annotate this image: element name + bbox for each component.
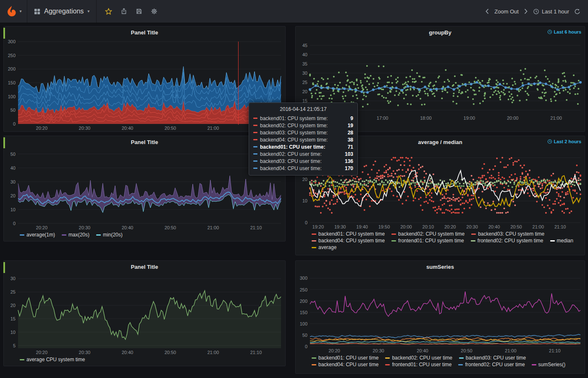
row-handle[interactable] [3, 262, 5, 273]
panel-title[interactable]: groupBy [429, 29, 451, 36]
legend-item[interactable]: min(20s) [96, 232, 123, 238]
dashboard-title: Aggregations [44, 8, 84, 15]
panel-stacked-cpu: Panel Title 05010015020025030020:2020:30… [3, 26, 286, 132]
svg-text:300: 300 [300, 276, 307, 281]
legend-item[interactable]: average [312, 244, 336, 250]
svg-text:200: 200 [8, 66, 16, 71]
graph-canvas[interactable]: 0102030405020:2020:3020:4020:5021:0021:1… [4, 148, 285, 231]
svg-text:21:00: 21:00 [505, 348, 517, 353]
settings-icon[interactable] [151, 8, 158, 15]
refresh-icon[interactable] [574, 8, 580, 15]
tooltip-row: backend01: CPU system time:9 [253, 115, 353, 122]
legend-item[interactable]: frontend01: CPU user time [385, 362, 452, 368]
clock-icon [533, 8, 539, 15]
legend-item[interactable]: backend04: CPU user time [312, 362, 378, 368]
grafana-logo-menu[interactable]: ▾ [0, 0, 27, 23]
svg-text:20:00: 20:00 [507, 116, 519, 121]
svg-text:20:40: 20:40 [488, 224, 500, 229]
svg-text:19:00: 19:00 [464, 116, 475, 121]
dashboard-actions [97, 8, 166, 15]
svg-text:17:00: 17:00 [377, 116, 388, 121]
legend-item[interactable]: backend02: CPU system time [391, 231, 465, 237]
panel-title[interactable]: Panel Title [131, 264, 158, 270]
legend-item[interactable]: backend03: CPU user time [459, 355, 526, 361]
legend-item[interactable]: backend04: CPU system time [312, 238, 385, 244]
panel-title[interactable]: Panel Title [131, 139, 158, 145]
svg-text:100: 100 [300, 321, 307, 326]
panel-average-cpu: Panel Title 5101520253020:2020:3020:4020… [3, 260, 286, 366]
legend-item[interactable]: max(20s) [62, 232, 89, 238]
svg-text:100: 100 [8, 94, 16, 99]
svg-text:19:50: 19:50 [378, 224, 390, 229]
legend: average CPU system time [20, 357, 285, 362]
svg-text:21:10: 21:10 [549, 348, 561, 353]
svg-text:200: 200 [300, 299, 307, 304]
panel-header: Panel Title [4, 136, 285, 148]
legend-item[interactable]: frontend01: CPU system time [391, 238, 464, 244]
legend-item[interactable]: average CPU system time [20, 357, 85, 362]
legend-item[interactable]: backend01: CPU user time [312, 355, 378, 361]
panel-time-badge[interactable]: Last 2 hours [547, 139, 581, 144]
legend-item[interactable]: sumSeries() [532, 362, 566, 368]
graph-canvas[interactable]: 5101520253020:2020:3020:4020:5021:0021:1… [4, 273, 285, 356]
svg-text:20:30: 20:30 [79, 225, 91, 230]
tooltip-row: backend03: CPU system time:28 [253, 129, 353, 136]
svg-text:50: 50 [302, 333, 307, 338]
svg-text:20:20: 20:20 [36, 126, 48, 131]
graph-canvas[interactable]: 05010015020025030020:2020:3020:4020:5021… [296, 273, 585, 354]
clock-icon [547, 139, 552, 144]
panel-title[interactable]: sumSeries [426, 264, 454, 270]
svg-text:10: 10 [302, 198, 307, 203]
legend-item[interactable]: backend03: CPU system time [471, 231, 544, 237]
caret-down-icon: ▾ [19, 9, 21, 13]
star-icon[interactable] [105, 8, 112, 15]
svg-text:20:10: 20:10 [423, 224, 434, 229]
row-handle[interactable] [3, 137, 5, 148]
svg-text:20:20: 20:20 [36, 225, 48, 230]
save-icon[interactable] [136, 8, 142, 15]
tooltip-rows: backend01: CPU system time:9backend02: C… [253, 115, 353, 172]
svg-text:20:30: 20:30 [373, 348, 384, 353]
chevron-left-icon[interactable] [485, 8, 489, 14]
panel-title[interactable]: Panel Title [131, 29, 158, 36]
svg-text:0: 0 [305, 344, 307, 349]
share-icon[interactable] [121, 8, 127, 15]
svg-text:40: 40 [302, 52, 307, 57]
legend-item[interactable]: average(1m) [20, 232, 55, 238]
svg-text:20:50: 20:50 [165, 350, 176, 355]
svg-text:30: 30 [302, 71, 307, 76]
svg-text:19:30: 19:30 [334, 224, 346, 229]
svg-text:20:50: 20:50 [165, 126, 176, 131]
graph-tooltip: 2016-04-14 21:05:17 backend01: CPU syste… [249, 102, 358, 176]
svg-text:25: 25 [10, 289, 16, 294]
crosshair-line [238, 42, 239, 125]
svg-text:300: 300 [8, 39, 16, 44]
row-handle[interactable] [3, 28, 5, 39]
tooltip-row: backend02: CPU user time:103 [253, 150, 353, 158]
chevron-right-icon[interactable] [524, 8, 528, 14]
legend-item[interactable]: backend01: CPU system time [312, 231, 385, 237]
svg-text:40: 40 [10, 165, 16, 171]
svg-text:20: 20 [302, 89, 307, 94]
panel-title[interactable]: average / median [418, 139, 462, 145]
legend-item[interactable]: frontend02: CPU user time [458, 362, 525, 368]
svg-text:21:00: 21:00 [533, 224, 544, 229]
legend-item[interactable]: median [550, 238, 573, 244]
tooltip-row: backend02: CPU system time:19 [253, 122, 353, 129]
time-range-picker[interactable]: Last 1 hour [533, 8, 569, 15]
zoom-out-button[interactable]: Zoom Out [494, 8, 519, 15]
graph-canvas[interactable]: 05010015020025030020:2020:3020:4020:5021… [4, 38, 285, 131]
legend-item[interactable]: backend02: CPU user time [385, 355, 452, 361]
grafana-logo [5, 5, 18, 18]
dashboard-picker[interactable]: Aggregations ▾ [27, 0, 97, 23]
dashboards-icon [34, 8, 40, 15]
svg-text:150: 150 [8, 80, 16, 85]
svg-text:21:10: 21:10 [250, 350, 262, 355]
svg-text:20: 20 [302, 177, 307, 182]
legend-item[interactable]: frontend02: CPU system time [471, 238, 543, 244]
time-controls: Zoom Out Last 1 hour [485, 8, 588, 15]
panel-time-badge[interactable]: Last 6 hours [547, 29, 581, 34]
svg-text:20:50: 20:50 [165, 225, 176, 230]
tooltip-timestamp: 2016-04-14 21:05:17 [253, 105, 353, 115]
svg-text:50: 50 [10, 108, 16, 113]
